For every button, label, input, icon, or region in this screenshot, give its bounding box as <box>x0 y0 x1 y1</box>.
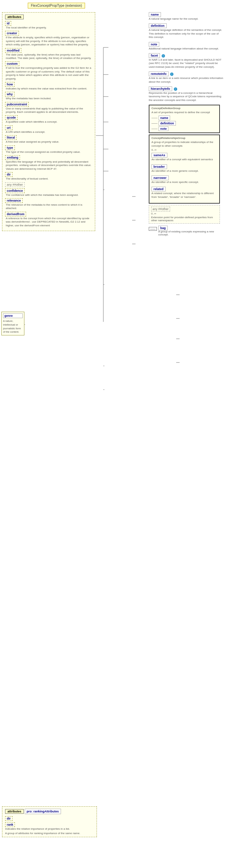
prop-name-label: name <box>149 12 161 17</box>
concept-def-prop-note-link[interactable]: note <box>159 126 168 131</box>
attr-relevance-name: relevance <box>5 198 23 203</box>
concept-def-prop-name-link[interactable]: name <box>159 116 170 120</box>
prop-sameas-label: sameAs <box>151 153 167 158</box>
prop-facet-desc: In NAR 1.8 and later, facet is deprecate… <box>149 58 223 69</box>
attr-confidence-name: confidence <box>5 188 25 193</box>
ranking-section: attributes pro: rankingAttributes dir ra… <box>2 806 97 837</box>
attr-pubconstraint-desc: One or many constraints that apply to pu… <box>5 107 92 114</box>
prop-remoteinfo-label: remoteInfo <box>149 71 169 76</box>
prop-sameas-desc: An identifier of a concept with equivale… <box>151 158 217 161</box>
attr-relevance-desc: The relevance of the metadata to the new… <box>5 203 92 210</box>
attr-pubconstraint: pubconstraint One or many constraints th… <box>5 102 92 114</box>
attr-how-desc: Indicates by which means the value was e… <box>5 87 92 90</box>
attr-modified-name: modified <box>5 48 21 53</box>
attr-qcode: qcode A qualified code which identifies … <box>5 115 92 124</box>
prop-facet-label: facet <box>149 53 160 58</box>
prop-broader-desc: An identifier of a more generic concept. <box>151 169 217 173</box>
prop-sameas-item: sameAs An identifier of a concept with e… <box>151 153 217 161</box>
attr-confidence-desc: The confidence with which the metadata h… <box>5 193 92 197</box>
attr-why-name: why <box>5 92 15 97</box>
any-other-desc: Extension point for provider-defined pro… <box>151 216 218 222</box>
info-icon-hierarchyinfo: i <box>174 87 177 91</box>
prop-narrower-item: narrower An identifier of a more specifi… <box>151 175 217 184</box>
attr-derivedfrom-name: derivedfrom <box>5 212 26 216</box>
genre-name: genre <box>3 313 23 318</box>
concept-def-prop-definition-link[interactable]: definition <box>159 121 176 126</box>
attr-custom-name: custom <box>5 61 19 66</box>
concept-rel-group-desc: A group of properties to indicate relati… <box>151 141 217 148</box>
attr-why-desc: Why the metadata has been included. <box>5 97 92 100</box>
attr-how: how Indicates by which means the value w… <box>5 82 92 90</box>
attr-creator: creator If the attribute is empty, speci… <box>5 31 92 46</box>
attr-dir: dir The directionality of textual conten… <box>5 172 92 181</box>
attr-any-other: any ##other <box>5 182 92 187</box>
attr-xmllang-name: xmllang <box>5 155 20 160</box>
attr-literal-desc: A free-text value assigned as property v… <box>5 140 92 144</box>
attr-confidence: confidence The confidence with which the… <box>5 188 92 197</box>
attr-custom: custom If set to true the corresponding … <box>5 61 92 81</box>
concept-rel-group-mult: 0..∞ <box>151 148 217 151</box>
info-icon-remoteinfo: i <box>170 73 173 76</box>
prop-related-desc: A related concept, where the relationshi… <box>151 192 217 199</box>
page-title: FlexConceptPropType (extension) <box>28 3 85 8</box>
attr-type: type The type of the concept assigned as… <box>5 145 92 154</box>
attr-dir-desc: The directionality of textual content. <box>5 177 92 181</box>
prop-name-item: name A natural language name for the con… <box>149 12 223 21</box>
prop-broader-item: broader An identifier of a more generic … <box>151 164 217 173</box>
prop-narrower-label: narrower <box>151 175 169 180</box>
genre-panel: genre A nature, intellectual or journali… <box>1 312 24 335</box>
attr-modified-desc: The date (and, optionally, the time) whe… <box>5 53 92 60</box>
prop-hierarchyinfo-label: hierarchyInfo <box>149 86 172 91</box>
attr-how-name: how <box>5 82 15 87</box>
attr-dir-name: dir <box>5 172 13 177</box>
prop-narrower-desc: An identifier of a more specific concept… <box>151 181 217 184</box>
ranking-group-label: pro: rankingAttributes <box>25 809 61 814</box>
ranking-attr-dir: dir <box>5 816 94 821</box>
ranking-attr-dir-name: dir <box>5 816 13 821</box>
attributes-list: id The local identifier of the property.… <box>5 21 92 227</box>
concept-rel-group-box: ConceptRelationshipsGroup A group of pro… <box>149 135 220 204</box>
attributes-header: attributes <box>5 15 24 19</box>
prop-name-desc: A natural language name for the concept. <box>149 17 223 21</box>
attr-id: id The local identifier of the property. <box>5 21 92 29</box>
concept-def-group-label: ConceptDefinitionGroup <box>151 107 217 110</box>
main-schema-box: attributes id The local identifier of th… <box>2 12 95 231</box>
attr-derivedfrom: derivedfrom A reference to the concept f… <box>5 212 92 227</box>
info-icon-facet: i <box>162 54 165 58</box>
genre-desc: A nature, intellectual or journalistic f… <box>3 319 21 333</box>
any-other-mult: 0..∞ <box>151 212 218 215</box>
prop-remoteinfo-desc: A link to an item or a web resource whic… <box>149 77 223 84</box>
attr-type-desc: The type of the concept assigned as cont… <box>5 150 92 154</box>
concept-rel-group-label: ConceptRelationshipsGroup <box>151 137 217 140</box>
attr-pubconstraint-name: pubconstraint <box>5 102 29 107</box>
bag-name: bag <box>158 226 168 230</box>
prop-definition-label: definition <box>149 23 167 28</box>
attr-modified: modified The date (and, optionally, the … <box>5 48 92 60</box>
bag-icon: —— <box>149 227 157 231</box>
prop-definition-item: definition A natural language definition… <box>149 23 223 39</box>
attr-xmllang: xmllang Specifies the language of this p… <box>5 155 92 171</box>
attr-id-desc: The local identifier of the property. <box>5 26 92 29</box>
attr-literal: literal A free-text value assigned as pr… <box>5 135 92 144</box>
prop-hierarchyinfo-desc: Represents the position of a concept in … <box>149 91 223 102</box>
attr-literal-name: literal <box>5 135 17 140</box>
prop-note-item: note Additional natural language informa… <box>149 42 223 50</box>
bag-item: —— bag A group of existing concepts expr… <box>149 226 223 236</box>
attr-qcode-name: qcode <box>5 115 18 120</box>
prop-broader-label: broader <box>151 164 167 169</box>
prop-related-item: related A related concept, where the rel… <box>151 187 217 199</box>
bag-desc: A group of existing concepts expressing … <box>158 230 223 236</box>
prop-remoteinfo-item: remoteInfo i A link to an item or a web … <box>149 71 223 84</box>
attr-uri-desc: A URI which identifies a concept. <box>5 130 92 134</box>
ranking-attr-rank: rank Indicates the relative importance o… <box>5 822 94 830</box>
ranking-attr-rank-name: rank <box>5 822 15 827</box>
attr-id-name: id <box>5 21 11 26</box>
attr-xmllang-desc: Specifies the language of this property … <box>5 160 92 171</box>
attr-why: why Why the metadata has been included. <box>5 92 92 100</box>
attr-uri: uri A URI which identifies a concept. <box>5 125 92 134</box>
any-other-label: any ##other <box>151 207 170 211</box>
attr-creator-desc: If the attribute is empty, specifies whi… <box>5 36 92 46</box>
attr-creator-name: creator <box>5 31 19 36</box>
any-other-box: any ##other 0..∞ Extension point for pro… <box>149 205 220 224</box>
prop-related-label: related <box>151 187 166 191</box>
